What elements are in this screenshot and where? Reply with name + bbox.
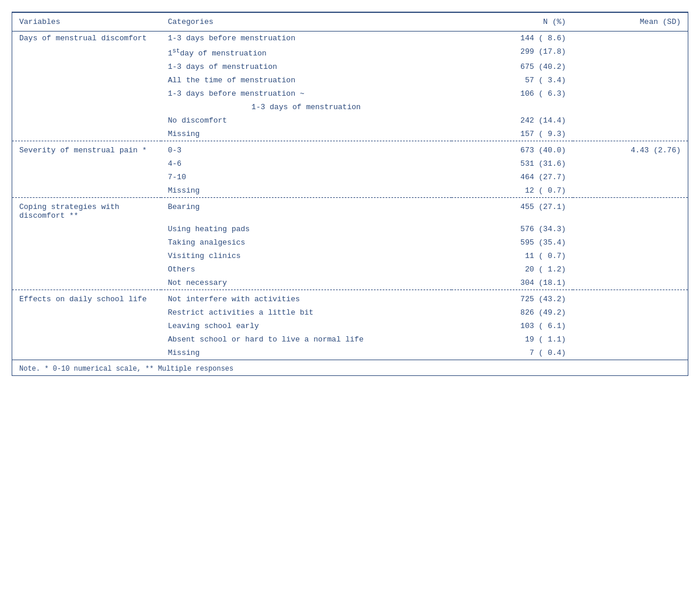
meansd-cell xyxy=(573,306,688,319)
variable-cell xyxy=(12,319,161,333)
table-row: Others 20 ( 1.2) xyxy=(12,263,688,276)
meansd-cell xyxy=(573,198,688,223)
npct-cell: 725 (43.2) xyxy=(452,290,573,306)
npct-cell: 19 ( 1.1) xyxy=(452,333,573,346)
npct-cell: 595 (35.4) xyxy=(452,236,573,249)
category-cell: Not interfere with activities xyxy=(161,290,452,306)
col-meansd-header: Mean (SD) xyxy=(573,13,688,32)
npct-cell: 103 ( 6.1) xyxy=(452,319,573,333)
category-cell: 4-6 xyxy=(161,157,452,170)
table-row: Visiting clinics 11 ( 0.7) xyxy=(12,249,688,263)
meansd-cell xyxy=(573,263,688,276)
npct-cell: 826 (49.2) xyxy=(452,306,573,319)
npct-cell: 576 (34.3) xyxy=(452,222,573,236)
meansd-cell xyxy=(573,333,688,346)
table-row: Effects on daily school lifeNot interfer… xyxy=(12,290,688,306)
table-row: Leaving school early103 ( 6.1) xyxy=(12,319,688,333)
table-row: Absent school or hard to live a normal l… xyxy=(12,333,688,346)
category-cell: Others xyxy=(161,263,452,276)
category-cell: Leaving school early xyxy=(161,319,452,333)
meansd-cell xyxy=(573,157,688,170)
variable-cell xyxy=(12,276,161,290)
meansd-cell xyxy=(573,222,688,236)
meansd-cell xyxy=(573,346,688,360)
meansd-cell xyxy=(573,74,688,87)
category-cell: 1-3 days before menstruation xyxy=(161,32,452,46)
npct-cell: 304 (18.1) xyxy=(452,276,573,290)
category-cell: Using heating pads xyxy=(161,222,452,236)
table-row: Days of menstrual discomfort1-3 days bef… xyxy=(12,32,688,46)
variable-cell xyxy=(12,306,161,319)
npct-cell: 673 (40.0) xyxy=(452,141,573,158)
data-table: Variables Categories N (%) Mean (SD) Day… xyxy=(12,13,688,375)
superscript: st xyxy=(173,47,180,54)
category-cell: Absent school or hard to live a normal l… xyxy=(161,333,452,346)
table-row: Missing157 ( 9.3) xyxy=(12,127,688,141)
table-row: 1-3 days of menstruation675 (40.2) xyxy=(12,60,688,74)
meansd-cell xyxy=(573,170,688,184)
table-row: Severity of menstrual pain *0-3673 (40.0… xyxy=(12,141,688,158)
variable-cell xyxy=(12,249,161,263)
variable-cell: Effects on daily school life xyxy=(12,290,161,306)
variable-cell xyxy=(12,184,161,198)
variable-cell xyxy=(12,333,161,346)
meansd-cell xyxy=(573,87,688,100)
table-row: 1-3 days of menstruation xyxy=(12,100,688,114)
meansd-cell xyxy=(573,114,688,127)
npct-cell: 20 ( 1.2) xyxy=(452,263,573,276)
category-cell: Not necessary xyxy=(161,276,452,290)
npct-cell: 157 ( 9.3) xyxy=(452,127,573,141)
category-cell: 1stday of menstruation xyxy=(161,45,452,60)
variable-cell xyxy=(12,45,161,60)
meansd-cell xyxy=(573,290,688,306)
variable-cell xyxy=(12,263,161,276)
table-row: 4-6531 (31.6) xyxy=(12,157,688,170)
npct-cell: 242 (14.4) xyxy=(452,114,573,127)
category-cell: Missing xyxy=(161,184,452,198)
variable-cell xyxy=(12,157,161,170)
meansd-cell: 4.43 (2.76) xyxy=(573,141,688,158)
table-row: No discomfort242 (14.4) xyxy=(12,114,688,127)
variable-cell xyxy=(12,100,161,114)
npct-cell: 11 ( 0.7) xyxy=(452,249,573,263)
meansd-cell xyxy=(573,60,688,74)
category-cell: 1-3 days of menstruation xyxy=(161,60,452,74)
table-row: Using heating pads576 (34.3) xyxy=(12,222,688,236)
npct-cell: 144 ( 8.6) xyxy=(452,32,573,46)
main-table-container: Variables Categories N (%) Mean (SD) Day… xyxy=(12,12,688,376)
npct-cell: 299 (17.8) xyxy=(452,45,573,60)
table-header-row: Variables Categories N (%) Mean (SD) xyxy=(12,13,688,32)
npct-cell: 531 (31.6) xyxy=(452,157,573,170)
category-cell: Restrict activities a little bit xyxy=(161,306,452,319)
category-cell: No discomfort xyxy=(161,114,452,127)
category-cell: Taking analgesics xyxy=(161,236,452,249)
category-cell: 7-10 xyxy=(161,170,452,184)
variable-cell xyxy=(12,127,161,141)
npct-cell: 12 ( 0.7) xyxy=(452,184,573,198)
meansd-cell xyxy=(573,184,688,198)
col-npct-header: N (%) xyxy=(452,13,573,32)
variable-cell xyxy=(12,87,161,100)
category-cell: Missing xyxy=(161,127,452,141)
meansd-cell xyxy=(573,276,688,290)
col-variables-header: Variables xyxy=(12,13,161,32)
table-row: 7-10464 (27.7) xyxy=(12,170,688,184)
category-cell: 1-3 days of menstruation xyxy=(161,100,452,114)
npct-cell: 7 ( 0.4) xyxy=(452,346,573,360)
npct-cell: 57 ( 3.4) xyxy=(452,74,573,87)
table-row: Not necessary304 (18.1) xyxy=(12,276,688,290)
npct-cell: 464 (27.7) xyxy=(452,170,573,184)
meansd-cell xyxy=(573,127,688,141)
col-categories-header: Categories xyxy=(161,13,452,32)
npct-cell: 455 (27.1) xyxy=(452,198,573,223)
meansd-cell xyxy=(573,319,688,333)
table-row: 1-3 days before menstruation ~106 ( 6.3) xyxy=(12,87,688,100)
variable-cell xyxy=(12,170,161,184)
meansd-cell xyxy=(573,100,688,114)
table-row: 1stday of menstruation299 (17.8) xyxy=(12,45,688,60)
table-row: Taking analgesics595 (35.4) xyxy=(12,236,688,249)
meansd-cell xyxy=(573,236,688,249)
variable-cell: Severity of menstrual pain * xyxy=(12,141,161,158)
note-row: Note. * 0-10 numerical scale, ** Multipl… xyxy=(12,360,688,376)
table-row: All the time of menstruation 57 ( 3.4) xyxy=(12,74,688,87)
